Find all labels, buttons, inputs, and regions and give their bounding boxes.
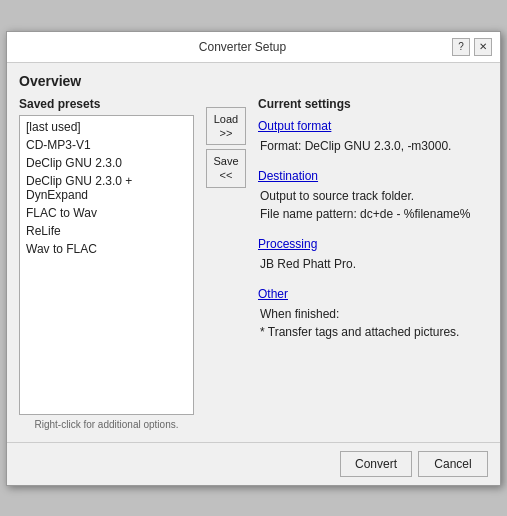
dialog-footer: Convert Cancel	[7, 442, 500, 485]
title-bar: Converter Setup ? ✕	[7, 32, 500, 63]
preset-item[interactable]: ReLife	[22, 222, 191, 240]
preset-item[interactable]: DeClip GNU 2.3.0	[22, 154, 191, 172]
section-title-other[interactable]: Other	[258, 287, 288, 301]
left-panel: Saved presets [last used]CD-MP3-V1DeClip…	[19, 97, 194, 430]
save-button[interactable]: Save <<	[206, 149, 246, 188]
section-line: Output to source track folder.	[260, 187, 488, 205]
load-button[interactable]: Load >>	[206, 107, 246, 146]
preset-item[interactable]: [last used]	[22, 118, 191, 136]
section-line: Format: DeClip GNU 2.3.0, -m3000.	[260, 137, 488, 155]
section-destination: DestinationOutput to source track folder…	[258, 169, 488, 223]
section-content-other: When finished:* Transfer tags and attach…	[258, 305, 488, 341]
title-bar-controls: ? ✕	[452, 38, 492, 56]
help-button[interactable]: ?	[452, 38, 470, 56]
preset-item[interactable]: DeClip GNU 2.3.0 + DynExpand	[22, 172, 191, 204]
section-other: OtherWhen finished:* Transfer tags and a…	[258, 287, 488, 341]
preset-item[interactable]: FLAC to Wav	[22, 204, 191, 222]
section-content-output-format: Format: DeClip GNU 2.3.0, -m3000.	[258, 137, 488, 155]
middle-buttons: Load >> Save <<	[204, 97, 248, 430]
section-output-format: Output formatFormat: DeClip GNU 2.3.0, -…	[258, 119, 488, 155]
close-button[interactable]: ✕	[474, 38, 492, 56]
section-content-destination: Output to source track folder.File name …	[258, 187, 488, 223]
convert-button[interactable]: Convert	[340, 451, 412, 477]
sections-container: Output formatFormat: DeClip GNU 2.3.0, -…	[258, 119, 488, 355]
section-title-processing[interactable]: Processing	[258, 237, 317, 251]
current-settings-label: Current settings	[258, 97, 488, 111]
presets-list[interactable]: [last used]CD-MP3-V1DeClip GNU 2.3.0DeCl…	[19, 115, 194, 415]
saved-presets-label: Saved presets	[19, 97, 194, 111]
preset-item[interactable]: CD-MP3-V1	[22, 136, 191, 154]
converter-setup-dialog: Converter Setup ? ✕ Overview Saved prese…	[6, 31, 501, 486]
section-title-destination[interactable]: Destination	[258, 169, 318, 183]
dialog-body: Overview Saved presets [last used]CD-MP3…	[7, 63, 500, 442]
section-line: JB Red Phatt Pro.	[260, 255, 488, 273]
main-content: Saved presets [last used]CD-MP3-V1DeClip…	[19, 97, 488, 430]
section-line: When finished:	[260, 305, 488, 323]
overview-label: Overview	[19, 73, 488, 89]
section-line: * Transfer tags and attached pictures.	[260, 323, 488, 341]
right-panel: Current settings Output formatFormat: De…	[258, 97, 488, 430]
cancel-button[interactable]: Cancel	[418, 451, 488, 477]
dialog-title: Converter Setup	[33, 40, 452, 54]
section-processing: ProcessingJB Red Phatt Pro.	[258, 237, 488, 273]
preset-item[interactable]: Wav to FLAC	[22, 240, 191, 258]
right-click-hint: Right-click for additional options.	[19, 419, 194, 430]
section-title-output-format[interactable]: Output format	[258, 119, 331, 133]
section-line: File name pattern: dc+de - %filename%	[260, 205, 488, 223]
section-content-processing: JB Red Phatt Pro.	[258, 255, 488, 273]
